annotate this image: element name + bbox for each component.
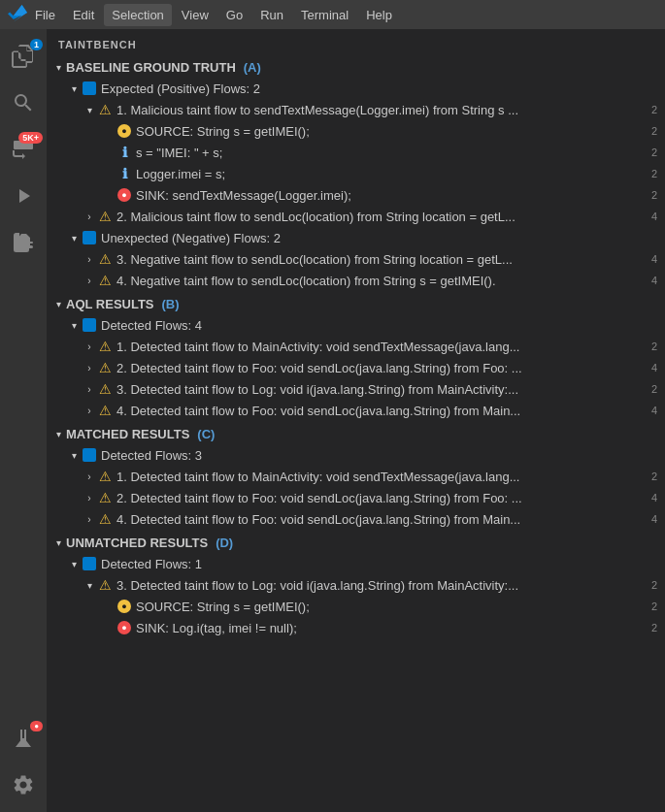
flow-1-label: 1. Malicious taint flow to sendTextMessa… xyxy=(116,103,518,117)
info-2-label: Logger.imei = s; xyxy=(136,167,225,181)
menu-go[interactable]: Go xyxy=(218,4,250,26)
activity-settings[interactable] xyxy=(0,762,47,808)
aql-detected-icon xyxy=(82,317,97,333)
activity-flask[interactable]: ● xyxy=(0,715,47,762)
warning-icon-flow2: ⚠ xyxy=(97,209,113,224)
source-1-count: 2 xyxy=(644,125,657,137)
flow-4-row[interactable]: › ⚠ 4. Negative taint flow to sendLoc(lo… xyxy=(47,270,665,291)
flow-3-count: 4 xyxy=(644,253,657,265)
matched-4-row[interactable]: › ⚠ 4. Detected taint flow to Foo: void … xyxy=(47,508,665,530)
chevron-matched2: › xyxy=(82,490,97,505)
menu-file[interactable]: File xyxy=(27,4,63,26)
chevron-matched-detected: ▾ xyxy=(66,447,82,463)
source-1-label: SOURCE: String s = getIMEI(); xyxy=(136,124,310,139)
unmatched-3-label: 3. Detected taint flow to Log: void i(ja… xyxy=(116,578,518,593)
flow-2-row[interactable]: › ⚠ 2. Malicious taint flow to sendLoc(l… xyxy=(47,206,665,227)
warning-matched1: ⚠ xyxy=(97,469,113,484)
chevron-flow3: › xyxy=(82,251,97,267)
info-2-row[interactable]: ℹ Logger.imei = s; 2 xyxy=(47,163,665,184)
activity-explorer[interactable]: 1 xyxy=(0,33,47,80)
chevron-unmatched: ▾ xyxy=(50,535,66,550)
info-icon-2: ℹ xyxy=(116,166,132,181)
unmatched-source-row[interactable]: ● SOURCE: String s = getIMEI(); 2 xyxy=(47,596,665,617)
chevron-unexpected: ▾ xyxy=(66,230,82,245)
source-icon-1: ● xyxy=(116,123,132,139)
unmatched-sink-count: 2 xyxy=(644,622,657,633)
section-baseline[interactable]: ▾ BASELINE GROUND TRUTH (A) xyxy=(47,56,665,78)
chevron-matched4: › xyxy=(82,511,97,527)
matched-note: (C) xyxy=(197,427,215,441)
unmatched-sink-row[interactable]: ● SINK: Log.i(tag, imei != null); 2 xyxy=(47,617,665,638)
chevron-unmatched3: ▾ xyxy=(82,577,97,593)
aql-detected-row[interactable]: ▾ Detected Flows: 4 xyxy=(47,314,665,336)
aql-2-count: 4 xyxy=(644,362,657,374)
info-2-count: 2 xyxy=(644,168,657,179)
section-matched[interactable]: ▾ MATCHED RESULTS (C) xyxy=(47,423,665,444)
warning-aql2: ⚠ xyxy=(97,360,113,375)
chevron-expected: ▾ xyxy=(66,81,82,96)
activity-extensions[interactable] xyxy=(0,219,47,266)
unmatched-detected-row[interactable]: ▾ Detected Flows: 1 xyxy=(47,553,665,574)
sink-1-row[interactable]: ● SINK: sendTextMessage(Logger.imei); 2 xyxy=(47,184,665,206)
activity-search[interactable] xyxy=(0,80,47,126)
activity-source-control[interactable]: 5K+ xyxy=(0,126,47,173)
warning-icon-flow1: ⚠ xyxy=(97,102,113,117)
flow-1-row[interactable]: ▾ ⚠ 1. Malicious taint flow to sendTextM… xyxy=(47,99,665,120)
unmatched-3-row[interactable]: ▾ ⚠ 3. Detected taint flow to Log: void … xyxy=(47,574,665,596)
explorer-badge: 1 xyxy=(30,39,43,50)
sink-1-count: 2 xyxy=(644,189,657,201)
sink-icon-unmatched: ● xyxy=(116,620,132,635)
unmatched-sink-label: SINK: Log.i(tag, imei != null); xyxy=(136,621,297,635)
chevron-aql-detected: ▾ xyxy=(66,317,82,333)
flow-4-count: 4 xyxy=(644,275,657,286)
flow-2-label: 2. Malicious taint flow to sendLoc(locat… xyxy=(116,210,515,224)
info-1-label: s = "IMEI: " + s; xyxy=(136,146,222,160)
baseline-note: (A) xyxy=(244,60,261,75)
activity-run[interactable] xyxy=(0,173,47,219)
section-aql[interactable]: ▾ AQL RESULTS (B) xyxy=(47,293,665,314)
menu-run[interactable]: Run xyxy=(252,4,291,26)
run-icon xyxy=(12,184,35,208)
aql-2-row[interactable]: › ⚠ 2. Detected taint flow to Foo: void … xyxy=(47,357,665,378)
menu-terminal[interactable]: Terminal xyxy=(293,4,356,26)
matched-2-count: 4 xyxy=(644,492,657,503)
aql-4-count: 4 xyxy=(644,405,657,416)
search-icon xyxy=(12,91,35,114)
chevron-aql3: › xyxy=(82,381,97,397)
sidebar: TAINTBENCH ▾ BASELINE GROUND TRUTH (A) ▾… xyxy=(47,29,665,812)
flask-badge: ● xyxy=(30,721,43,731)
aql-note: (B) xyxy=(162,297,180,311)
flow-3-row[interactable]: › ⚠ 3. Negative taint flow to sendLoc(lo… xyxy=(47,248,665,270)
aql-1-row[interactable]: › ⚠ 1. Detected taint flow to MainActivi… xyxy=(47,336,665,357)
expected-flows-label: Expected (Positive) Flows: 2 xyxy=(101,81,260,96)
aql-3-label: 3. Detected taint flow to Log: void i(ja… xyxy=(116,382,518,397)
matched-detected-label: Detected Flows: 3 xyxy=(101,448,202,463)
tree-container[interactable]: ▾ BASELINE GROUND TRUTH (A) ▾ Expected (… xyxy=(47,56,665,812)
unmatched-detected-label: Detected Flows: 1 xyxy=(101,557,202,571)
aql-3-count: 2 xyxy=(644,383,657,395)
unexpected-flows-row[interactable]: ▾ Unexpected (Negative) Flows: 2 xyxy=(47,227,665,248)
main-layout: 1 5K+ xyxy=(0,29,665,812)
svg-point-0 xyxy=(17,144,21,147)
section-unmatched[interactable]: ▾ UNMATCHED RESULTS (D) xyxy=(47,532,665,553)
menu-view[interactable]: View xyxy=(174,4,216,26)
matched-2-row[interactable]: › ⚠ 2. Detected taint flow to Foo: void … xyxy=(47,487,665,508)
aql-1-label: 1. Detected taint flow to MainActivity: … xyxy=(116,340,519,354)
extensions-icon xyxy=(12,231,35,254)
activity-bar: 1 5K+ xyxy=(0,29,47,812)
matched-detected-row[interactable]: ▾ Detected Flows: 3 xyxy=(47,444,665,466)
matched-4-label: 4. Detected taint flow to Foo: void send… xyxy=(116,512,520,527)
matched-1-label: 1. Detected taint flow to MainActivity: … xyxy=(116,470,519,484)
aql-4-row[interactable]: › ⚠ 4. Detected taint flow to Foo: void … xyxy=(47,400,665,421)
matched-1-row[interactable]: › ⚠ 1. Detected taint flow to MainActivi… xyxy=(47,466,665,487)
menu-help[interactable]: Help xyxy=(358,4,400,26)
menu-edit[interactable]: Edit xyxy=(65,4,102,26)
expected-flows-row[interactable]: ▾ Expected (Positive) Flows: 2 xyxy=(47,78,665,99)
aql-detected-label: Detected Flows: 4 xyxy=(101,318,202,333)
info-1-row[interactable]: ℹ s = "IMEI: " + s; 2 xyxy=(47,142,665,163)
aql-3-row[interactable]: › ⚠ 3. Detected taint flow to Log: void … xyxy=(47,378,665,400)
menu-selection[interactable]: Selection xyxy=(104,4,171,26)
source-1-row[interactable]: ● SOURCE: String s = getIMEI(); 2 xyxy=(47,120,665,142)
unmatched-detected-icon xyxy=(82,556,97,571)
warning-aql3: ⚠ xyxy=(97,381,113,397)
